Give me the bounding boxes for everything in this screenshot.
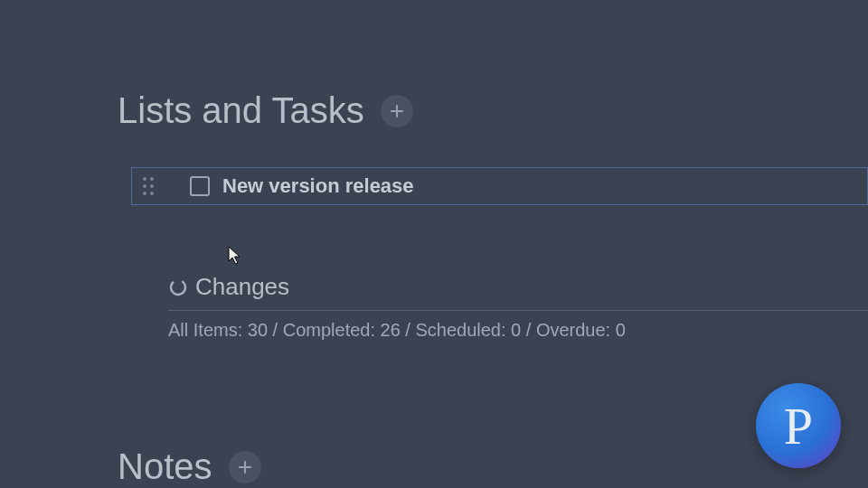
sublist-stats: All Items: 30 / Completed: 26 / Schedule… — [168, 320, 868, 341]
lists-section-header: Lists and Tasks — [118, 90, 413, 131]
plus-icon — [238, 460, 252, 474]
divider — [168, 310, 868, 311]
notes-section-header: Notes — [118, 446, 261, 487]
add-note-button[interactable] — [229, 451, 261, 483]
loading-icon — [168, 277, 188, 297]
drag-handle-icon[interactable] — [143, 177, 154, 195]
notes-section-title: Notes — [118, 446, 212, 487]
task-title: New version release — [222, 174, 414, 198]
lists-tasks-section: Lists and Tasks — [118, 90, 413, 131]
plus-icon — [390, 104, 404, 118]
task-checkbox[interactable] — [190, 176, 210, 196]
add-list-button[interactable] — [381, 95, 413, 127]
svg-point-0 — [168, 277, 188, 297]
sublist-title: Changes — [195, 273, 289, 301]
notes-section: Notes — [118, 446, 261, 487]
logo-letter: P — [784, 396, 813, 456]
task-row[interactable]: New version release — [131, 167, 868, 205]
cursor-icon — [228, 246, 246, 267]
app-logo[interactable]: P — [756, 383, 841, 468]
sublist-changes: Changes All Items: 30 / Completed: 26 / … — [168, 273, 868, 341]
sublist-header[interactable]: Changes — [168, 273, 868, 310]
lists-section-title: Lists and Tasks — [118, 90, 364, 131]
